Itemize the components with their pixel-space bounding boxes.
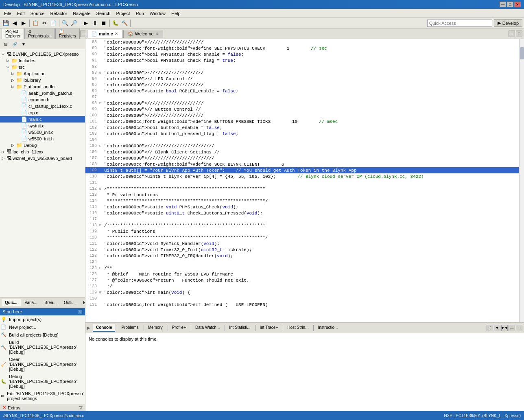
toolbar-btn-2[interactable]: ◀ bbox=[11, 19, 19, 27]
toolbar-btn-1[interactable]: 💾 bbox=[2, 19, 10, 27]
toolbar-btn-3[interactable]: ▶ bbox=[20, 19, 28, 27]
console-tab-problems[interactable]: Problems bbox=[118, 324, 142, 332]
code-line[interactable]: 127 * @"color:#0000cc">return Function s… bbox=[85, 277, 519, 283]
maximize-button[interactable]: □ bbox=[507, 2, 513, 7]
tree-item-wiznet[interactable]: ▷ 🏗 wiznet_evb_w5500evb_board bbox=[0, 155, 85, 162]
code-line[interactable]: 122 "color:#0000cc">void Timer32_0_Init(… bbox=[85, 247, 519, 253]
fold-icon[interactable]: ⊟ bbox=[99, 144, 104, 148]
tree-item-includes[interactable]: ▷ 📁 Includes bbox=[0, 57, 85, 64]
import-projects-item[interactable]: 💡 Import project(s) bbox=[0, 315, 85, 323]
tree-item-w5500-init-h[interactable]: 📄 w5500_init.h bbox=[0, 136, 85, 142]
code-line[interactable]: 120 ************************************… bbox=[85, 234, 519, 241]
code-line[interactable]: 93⊟"color:#008000">///////////////////// bbox=[85, 70, 519, 76]
tree-item-sysinit[interactable]: 📄 sysinit.c bbox=[0, 122, 85, 129]
develop-button[interactable]: ▶ Develop bbox=[494, 19, 522, 27]
code-line[interactable]: 125⊟/** bbox=[85, 265, 519, 271]
editor-min-btn[interactable]: — bbox=[509, 31, 515, 37]
code-line[interactable]: 92 bbox=[85, 63, 519, 70]
console-min-btn[interactable]: — bbox=[509, 325, 515, 331]
tree-item-cr-startup[interactable]: 📄 cr_startup_lpc11exx.c bbox=[0, 103, 85, 109]
quick-access-input[interactable] bbox=[427, 20, 492, 27]
tree-item-blynk[interactable]: ▽ 🏗 BLYNK_LPC11E36_LPCXpresso bbox=[0, 51, 85, 57]
menu-item-project[interactable]: Project bbox=[114, 10, 132, 17]
code-line[interactable]: 108 "color:#0000cc;font-weight:bold">#de… bbox=[85, 161, 519, 167]
code-line[interactable]: 91 "color:#0000cc">bool PHYStatus_check_… bbox=[85, 57, 519, 63]
console-ctrl-3[interactable]: ▼▼ bbox=[501, 325, 508, 331]
console-tab-console[interactable]: Console bbox=[93, 324, 115, 332]
menu-item-navigate[interactable]: Navigate bbox=[70, 10, 93, 17]
code-line[interactable]: 90 "color:#0000cc">bool PHYStatus_check_… bbox=[85, 51, 519, 57]
extras-collapse-btn[interactable]: ▽ bbox=[79, 405, 83, 410]
code-line[interactable]: 111 bbox=[85, 179, 519, 186]
code-line[interactable]: 129⊟"color:#0000cc">int main(void) { bbox=[85, 289, 519, 295]
code-line[interactable]: 98⊟"color:#008000">///////////////////// bbox=[85, 100, 519, 106]
new-project-item[interactable]: 📄 New project... bbox=[0, 323, 85, 331]
toolbar-btn-12[interactable]: 🐛 bbox=[111, 19, 120, 27]
clean-item[interactable]: 🧹 Clean 'BLYNK_LPC11E36_LPCXpresso' [Deb… bbox=[0, 356, 85, 373]
minimize-button[interactable]: — bbox=[500, 2, 506, 7]
fold-icon[interactable]: ⊟ bbox=[99, 101, 104, 105]
tree-item-debug[interactable]: ▷ 📁 Debug bbox=[0, 142, 85, 149]
code-line[interactable]: 116 "color:#0000cc">static uint8_t Check… bbox=[85, 210, 519, 216]
code-line[interactable]: 102 "color:#0000cc">bool button1_enable … bbox=[85, 125, 519, 131]
code-line[interactable]: 114 ************************************… bbox=[85, 198, 519, 204]
tab-welcome[interactable]: 🏠 Welcome ✕ bbox=[123, 30, 163, 38]
tree-item-common[interactable]: 📄 common.h bbox=[0, 96, 85, 103]
fold-icon[interactable]: ⊟ bbox=[99, 223, 104, 228]
tree-collapse-btn[interactable]: ⊟ bbox=[2, 40, 10, 48]
tree-item-crp[interactable]: 📄 crp.c bbox=[0, 109, 85, 116]
code-line[interactable]: 100 "color:#008000">////////////////////… bbox=[85, 112, 519, 118]
tab-registers[interactable]: 📋 Registers bbox=[55, 28, 80, 39]
toolbar-btn-6[interactable]: 📄 bbox=[49, 19, 57, 27]
close-button[interactable]: ✕ bbox=[514, 2, 521, 7]
code-line[interactable]: 128 */ bbox=[85, 283, 519, 289]
code-line[interactable]: 123 "color:#0000cc">void TIMER32_0_IRQHa… bbox=[85, 253, 519, 259]
tree-item-application[interactable]: ▷ 📁 Application bbox=[0, 70, 85, 77]
tree-link-btn[interactable]: 🔗 bbox=[11, 40, 19, 48]
code-line[interactable]: 97 bbox=[85, 94, 519, 100]
code-line[interactable]: 130 bbox=[85, 295, 519, 302]
toolbar-btn-13[interactable]: 🔨 bbox=[120, 19, 129, 27]
tree-item-aeabi[interactable]: 📄 aeabi_romdiv_patch.s bbox=[0, 90, 85, 96]
code-line[interactable]: 89 "color:#0000cc;font-weight:bold">#def… bbox=[85, 45, 519, 51]
edit-settings-item[interactable]: ✏ Edit 'BLYNK_LPC11E36_LPCXpresso' proje… bbox=[0, 390, 85, 402]
main-c-close[interactable]: ✕ bbox=[115, 32, 118, 36]
toolbar-btn-5[interactable]: ✂ bbox=[40, 19, 48, 27]
menu-item-source[interactable]: Source bbox=[28, 10, 47, 17]
build-blynk-item[interactable]: 🔨 Build 'BLYNK_LPC11E36_LPCXpresso' [Deb… bbox=[0, 339, 85, 356]
console-tab-memory[interactable]: Memory bbox=[145, 324, 166, 332]
code-line[interactable]: 113 * Private functions bbox=[85, 192, 519, 198]
tree-item-iolibrary[interactable]: ▷ 📁 ioLibrary bbox=[0, 77, 85, 83]
toolbar-btn-11[interactable]: ⏹ bbox=[100, 19, 108, 27]
code-line[interactable]: 99 "color:#008000">// Button Control // bbox=[85, 106, 519, 112]
tree-menu-btn[interactable]: ▼ bbox=[20, 40, 28, 48]
code-line[interactable]: 96 "color:#0000cc">static bool RGBLED_en… bbox=[85, 88, 519, 94]
menu-item-help[interactable]: Help bbox=[169, 10, 183, 17]
code-line[interactable]: 106 "color:#008000">// Blynk Client Sett… bbox=[85, 149, 519, 155]
console-tab-host-str[interactable]: Host Strin... bbox=[284, 324, 312, 332]
code-line[interactable]: 101 "color:#0000cc;font-weight:bold">#de… bbox=[85, 118, 519, 125]
tree-item-w5500-init-c[interactable]: 📄 w5500_init.c bbox=[0, 129, 85, 136]
welcome-close[interactable]: ✕ bbox=[155, 32, 159, 36]
menu-item-refactor[interactable]: Refactor bbox=[48, 10, 70, 17]
code-line[interactable]: 110 "color:#0000cc">uint8_t blynk_server… bbox=[85, 173, 519, 179]
code-line[interactable]: 131 "color:#0000cc;font-weight:bold">#if… bbox=[85, 302, 519, 308]
extras-close-icon[interactable]: ✕ bbox=[2, 405, 6, 410]
editor-scrollbar[interactable] bbox=[519, 39, 524, 322]
tree-item-platformhandler[interactable]: ▷ 📁 PlatformHandler bbox=[0, 83, 85, 90]
menu-item-run[interactable]: Run bbox=[133, 10, 146, 17]
code-line[interactable]: 103 "color:#0000cc">bool button1_pressed… bbox=[85, 131, 519, 137]
code-line[interactable]: 121 "color:#0000cc">void SysTick_Handler… bbox=[85, 241, 519, 247]
menu-item-edit[interactable]: Edit bbox=[15, 10, 27, 17]
expr-tab[interactable]: Expr... bbox=[80, 299, 85, 306]
toolbar-btn-9[interactable]: ▶ bbox=[82, 19, 90, 27]
menu-item-window[interactable]: Window bbox=[147, 10, 168, 17]
start-here-collapse[interactable]: ▽ bbox=[78, 309, 83, 314]
code-line[interactable]: 117 bbox=[85, 216, 519, 222]
tree-item-main[interactable]: 📄 main.c bbox=[0, 116, 85, 122]
console-ctrl-2[interactable]: ▼ bbox=[494, 325, 500, 331]
code-line[interactable]: 119 * Public functions bbox=[85, 228, 519, 234]
tree-item-src[interactable]: ▽ 📁 src bbox=[0, 64, 85, 70]
varia-tab[interactable]: Varia... bbox=[22, 299, 41, 306]
console-tab-int-trace[interactable]: Int Trace+ bbox=[256, 324, 281, 332]
